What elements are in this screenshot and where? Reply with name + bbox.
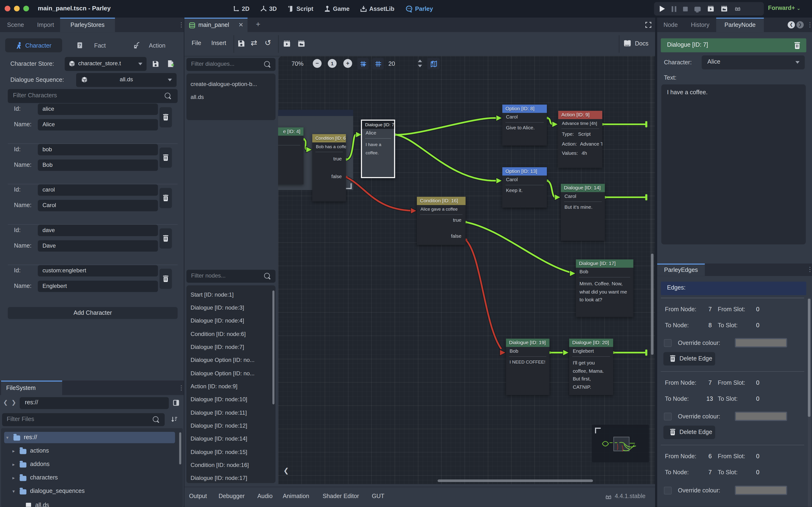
menu-file[interactable]: File — [192, 40, 201, 46]
delete-character-button[interactable] — [160, 188, 172, 208]
version-label[interactable]: 4.4.1.stable — [615, 493, 646, 499]
to-slot-value[interactable]: 0 — [756, 396, 759, 402]
to-slot-value[interactable]: 0 — [756, 322, 759, 328]
graph-minimap[interactable] — [592, 425, 649, 462]
tab-scene[interactable]: Scene — [0, 18, 31, 32]
store-tab-action[interactable]: Action — [120, 39, 178, 52]
graph-node-16[interactable]: Condition [ID: 16] Alice gave a coffee t… — [417, 197, 466, 245]
save-button[interactable] — [238, 40, 245, 47]
filter-characters-input[interactable]: Filter Characters — [8, 89, 178, 103]
to-node-value[interactable]: 7 — [708, 469, 712, 475]
new-store-button[interactable] — [167, 60, 174, 67]
from-node-value[interactable]: 6 — [708, 453, 712, 459]
bottom-tab-animation[interactable]: Animation — [283, 493, 309, 499]
fs-path-input[interactable]: res:// — [20, 397, 169, 409]
chevron-collapsed-icon[interactable]: ▸ — [12, 462, 15, 467]
test-dialogue-button[interactable] — [283, 40, 290, 47]
snap-distance-value[interactable]: 20 — [388, 61, 395, 67]
bottom-tab-output[interactable]: Output — [189, 493, 207, 499]
play-button[interactable] — [660, 6, 665, 12]
pause-button[interactable] — [671, 6, 676, 11]
character-select[interactable]: Alice — [702, 55, 805, 69]
snap-grid-toggle[interactable] — [357, 58, 369, 69]
node-header[interactable]: Action [ID: 9] — [558, 111, 602, 119]
filter-dialogues-input[interactable]: Filter dialogues... — [186, 58, 275, 71]
from-slot-value[interactable]: 0 — [756, 453, 759, 459]
node-list-item[interactable]: Start [ID: node:1] — [191, 290, 269, 299]
collapse-sidebar-button[interactable]: ❮ — [283, 466, 289, 474]
delete-edge-button[interactable]: Delete Edge — [663, 426, 715, 439]
test-dialogue-from-button[interactable] — [298, 40, 305, 47]
to-node-value[interactable]: 13 — [706, 396, 713, 402]
stop-button[interactable] — [683, 6, 688, 11]
node-list-item[interactable]: Dialogue [ID: node:4] — [191, 317, 269, 325]
character-store-dropdown[interactable]: character_store.t — [65, 57, 147, 71]
to-node-value[interactable]: 8 — [708, 322, 712, 328]
fs-back-button[interactable]: ❮ — [3, 399, 8, 406]
character-id-input[interactable]: alice — [38, 104, 158, 115]
output-true[interactable]: true — [312, 155, 346, 163]
graph-node-6[interactable]: Condition [ID: 6] Bob has a coffee true … — [312, 134, 346, 202]
delete-edge-button[interactable]: Delete Edge — [663, 352, 715, 365]
filter-nodes-input[interactable]: Filter nodes... — [186, 270, 275, 283]
character-id-input[interactable]: dave — [38, 225, 158, 236]
bottom-tab-debugger[interactable]: Debugger — [218, 493, 245, 499]
node-list-item[interactable]: Dialogue [ID: node:7] — [191, 343, 269, 351]
dialogue-text-area[interactable]: I have a coffee. — [661, 84, 806, 244]
tab-history[interactable]: History — [684, 18, 716, 32]
graph-node-4[interactable]: e [ID: 4] Great. — [278, 127, 304, 184]
node-header[interactable]: Condition [ID: 6] — [312, 134, 346, 142]
override-colour-swatch[interactable] — [735, 411, 787, 421]
workspace-game[interactable]: Game — [324, 6, 350, 12]
from-slot-value[interactable]: 0 — [756, 306, 759, 312]
node-list-item[interactable]: Condition [ID: node:6] — [191, 330, 269, 338]
override-colour-swatch[interactable] — [735, 486, 787, 495]
character-id-input[interactable]: carol — [38, 184, 158, 195]
fs-split-mode-toggle[interactable] — [173, 400, 179, 406]
chevron-collapsed-icon[interactable]: ▸ — [12, 475, 15, 481]
traffic-light-minimize[interactable] — [14, 6, 19, 11]
delete-character-button[interactable] — [160, 107, 172, 127]
node-list-item[interactable]: Dialogue [ID: node:10] — [191, 395, 269, 403]
tab-node[interactable]: Node — [657, 18, 684, 32]
node-header[interactable]: Dialogue [ID: 19] — [506, 339, 549, 347]
minimap-toggle[interactable] — [427, 58, 440, 69]
from-slot-value[interactable]: 0 — [756, 380, 759, 386]
node-header[interactable]: Dialogue [ID: 17] — [576, 260, 633, 268]
dock-menu-icon[interactable]: ⋮ — [178, 21, 184, 29]
node-list-item[interactable]: Dialogue [ID: node:3] — [191, 303, 269, 312]
traffic-light-zoom[interactable] — [23, 6, 29, 11]
character-name-input[interactable]: Englebert — [38, 281, 158, 292]
docs-button[interactable]: Docs — [624, 40, 648, 47]
graph-canvas[interactable]: e [ID: 4] Great. Condition [ID: 6] Bob h… — [278, 56, 655, 484]
graph-node-14[interactable]: Dialogue [ID: 14] Carol But it's mine. — [561, 184, 605, 241]
edges-scroll-thumb[interactable] — [808, 299, 810, 417]
dialogue-list-item[interactable]: all.ds — [191, 93, 269, 101]
store-tab-character[interactable]: Character — [5, 39, 62, 52]
fs-tree-row[interactable]: ▸ addons — [4, 459, 175, 470]
workspace-script[interactable]: Script — [288, 6, 313, 12]
movie-maker-toggle[interactable] — [734, 6, 741, 12]
node-header[interactable]: Dialogue [ID: 14] — [561, 184, 605, 192]
node-list-item[interactable]: Dialogue [ID: node:15] — [191, 448, 269, 456]
dock-nav-forward[interactable]: ❯ — [797, 21, 804, 29]
bottom-tab-gut[interactable]: GUT — [372, 493, 384, 499]
graph-node-19[interactable]: Dialogue [ID: 19] Bob I NEED COFFEE! — [506, 339, 549, 395]
tab-parleystores[interactable]: ParleyStores — [60, 18, 115, 32]
zoom-reset-button[interactable]: 1 — [328, 59, 336, 68]
bottom-tab-audio[interactable]: Audio — [257, 493, 273, 499]
chevron-expanded-icon[interactable]: ▾ — [12, 489, 15, 494]
output-false[interactable]: false — [417, 232, 466, 240]
fs-filter-input[interactable]: Filter Files — [2, 413, 165, 426]
from-node-value[interactable]: 7 — [708, 380, 712, 386]
override-colour-checkbox[interactable] — [664, 413, 671, 420]
character-id-input[interactable]: custom:englebert — [38, 265, 158, 276]
node-header[interactable]: Dialogue [ID: 20] — [569, 339, 613, 347]
menu-insert[interactable]: Insert — [211, 40, 226, 46]
refresh-button[interactable]: ↺ — [265, 39, 271, 48]
workspace-assetlib[interactable]: AssetLib — [361, 6, 394, 12]
new-tab-button[interactable]: + — [256, 20, 260, 29]
dock-nav-back[interactable]: ❮ — [788, 21, 795, 29]
fs-scrollbar[interactable] — [179, 432, 181, 464]
save-store-button[interactable] — [152, 61, 159, 67]
